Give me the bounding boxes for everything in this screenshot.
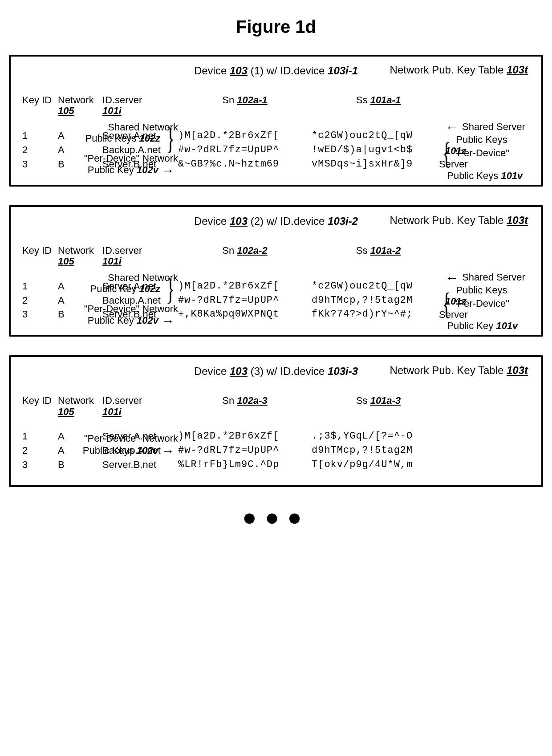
network-pub-key-table-label: Network Pub. Key Table 103t — [390, 214, 528, 227]
key-id-cell: 3 — [22, 458, 58, 472]
key-table-panel: Network Pub. Key Table 103tDevice 103 (1… — [9, 55, 543, 187]
idserver-cell: Server.B.net — [102, 458, 178, 472]
key-id-cell: 1 — [22, 129, 58, 143]
key-id-cell: 1 — [22, 279, 58, 293]
sn-key-cell: +,K8Ka%pq0WXPNQt — [178, 307, 312, 321]
ss-key-cell: !wED/$)a|ugv1<b$ — [312, 143, 445, 157]
key-id-cell: 1 — [22, 429, 58, 443]
network-pub-key-table-label: Network Pub. Key Table 103t — [390, 64, 528, 76]
key-id-cell: 3 — [22, 157, 58, 171]
per-device-server-pk-annotation: }"Per-Device" Server Public Keys 101v — [439, 147, 530, 181]
sn-key-cell: )M[a2D.*2Br6xZf[ — [178, 129, 312, 143]
ss-key-cell: .;3$,YGqL/[?=^-O — [312, 429, 445, 443]
sn-key-cell: &~GB?%c.N~hztm69 — [178, 157, 312, 171]
per-device-network-pk-annotation: "Per-Device" NetworkPublic Keys 102v → — [71, 433, 178, 457]
key-table-panel: Network Pub. Key Table 103tDevice 103 (3… — [9, 355, 543, 487]
sn-key-cell: )M[a2D.*2Br6xZf[ — [178, 279, 312, 293]
key-id-cell: 3 — [22, 307, 58, 321]
continuation-ellipsis: ●●● — [9, 503, 543, 531]
sn-key-cell: #w-?dRL7fz=UpUP^ — [178, 443, 312, 458]
ss-key-cell: vMSDqs~i]sxHr&]9 — [312, 157, 445, 171]
shared-network-pk-annotation: Shared NetworkPublic Key 102z } — [71, 272, 178, 295]
key-id-cell: 2 — [22, 143, 58, 157]
ss-key-cell: d9hTMcp,?!5tag2M — [312, 293, 445, 308]
key-id-cell: 2 — [22, 293, 58, 308]
per-device-network-pk-annotation: "Per-Device" NetworkPublic Key 102v → — [71, 303, 178, 328]
sn-key-cell: )M[a2D.*2Br6xZf[ — [178, 429, 312, 443]
figure-title: Figure 1d — [9, 17, 543, 37]
key-id-cell: 2 — [22, 443, 58, 458]
ss-key-cell: fKk?74?>d)rY~^#; — [312, 307, 445, 321]
sn-key-cell: %LR!rFb}Lm9C.^Dp — [178, 458, 312, 472]
network-cell: B — [58, 458, 102, 472]
per-device-server-pk-annotation: }"Per-Device" Server Public Key 101v — [439, 298, 530, 332]
sn-key-cell: #w-?dRL7fz=UpUP^ — [178, 143, 312, 157]
key-table-panel: Network Pub. Key Table 103tDevice 103 (2… — [9, 205, 543, 337]
sn-key-cell: #w-?dRL7fz=UpUP^ — [178, 293, 312, 308]
per-device-network-pk-annotation: "Per-Device" NetworkPublic Key 102v → — [71, 153, 178, 177]
network-pub-key-table-label: Network Pub. Key Table 103t — [390, 364, 528, 377]
ss-key-cell: *c2GW)ouc2tQ_[qW — [312, 279, 445, 293]
ss-key-cell: d9hTMcp,?!5tag2M — [312, 443, 445, 458]
shared-network-pk-annotation: Shared NetworkPublic Keys 102z } — [71, 122, 178, 144]
ss-key-cell: T[okv/p9g/4U*W,m — [312, 458, 445, 472]
ss-key-cell: *c2GW)ouc2tQ_[qW — [312, 129, 445, 143]
